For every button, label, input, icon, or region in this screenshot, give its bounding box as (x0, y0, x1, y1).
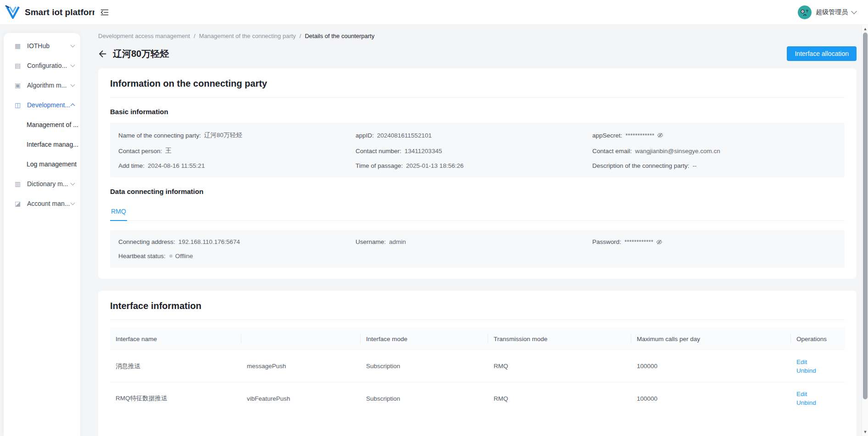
sidebar-subitem-label: Management of ... (27, 121, 78, 128)
scrollbar-thumb[interactable] (863, 33, 868, 399)
dictionary-icon: ▥ (15, 181, 23, 187)
data-connecting-title: Data connecting information (110, 188, 845, 195)
sidebar-item-label: Dictionary m... (27, 180, 68, 188)
avatar (798, 6, 812, 19)
sidebar-subitem-interface-management[interactable]: Interface manag... (4, 134, 80, 154)
breadcrumb-current: Details of the counterparty (305, 33, 374, 39)
cell-interface-code: messagePush (241, 363, 361, 370)
col-transmission-mode: Transmission mode (488, 327, 631, 350)
chevron-down-icon (71, 43, 75, 47)
chevron-down-icon (71, 181, 75, 185)
cell-transmission-mode: RMQ (488, 363, 631, 370)
field-appsecret: appSecret: ************ (592, 131, 836, 139)
cell-interface-name: 消息推送 (110, 362, 241, 370)
col-interface-name: Interface name (110, 327, 241, 350)
menu-fold-icon[interactable] (100, 8, 109, 17)
unbind-link[interactable]: Unbind (796, 366, 845, 375)
sidebar-item-account[interactable]: ◪ Account man... (4, 193, 80, 213)
tab-rmq[interactable]: RMQ (110, 203, 127, 221)
sidebar: ▦ IOTHub ▤ Configuratio... ▣ Algorithm m… (0, 25, 90, 436)
field-add-time: Add time: 2024-08-16 11:55:21 (118, 162, 356, 169)
field-contact-email: Contact email: wangjianbin@sinsegye.com.… (592, 147, 836, 155)
sidebar-menu: ▦ IOTHub ▤ Configuratio... ▣ Algorithm m… (4, 33, 80, 436)
cell-max-calls: 100000 (631, 363, 791, 370)
sidebar-item-algorithm[interactable]: ▣ Algorithm m... (4, 75, 80, 95)
table-row: RMQ特征数据推送 vibFeaturePush Subscription RM… (110, 382, 845, 414)
page-title-row: 辽河80万轻烃 Interface allocation (98, 46, 857, 61)
scrollbar-down-arrow[interactable]: ▼ (862, 429, 868, 435)
chevron-up-icon (71, 104, 75, 108)
chevron-down-icon (71, 200, 75, 205)
breadcrumb-item[interactable]: Management of the connecting party (199, 33, 296, 39)
connecting-party-info-card: Information on the connecting party Basi… (98, 68, 857, 279)
sidebar-item-configuration[interactable]: ▤ Configuratio... (4, 55, 80, 75)
sidebar-subitem-log-management[interactable]: Log management (4, 154, 80, 174)
sidebar-item-development[interactable]: ◫ Development... (4, 95, 80, 115)
cell-operations: Edit Unbind (791, 390, 845, 407)
table-row: 消息推送 messagePush Subscription RMQ 100000… (110, 350, 845, 382)
unbind-link[interactable]: Unbind (796, 398, 845, 407)
cell-transmission-mode: RMQ (488, 395, 631, 402)
sidebar-subitem-management-of-connecting-party[interactable]: Management of ... (4, 115, 80, 134)
col-interface-mode: Interface mode (361, 327, 488, 350)
sidebar-item-dictionary[interactable]: ▥ Dictionary m... (4, 174, 80, 193)
cell-interface-mode: Subscription (361, 363, 488, 370)
basic-information-panel: Name of the connecting party: 辽河80万轻烃 ap… (110, 123, 845, 177)
data-connecting-tabbar: RMQ (110, 203, 845, 221)
sidebar-item-iothub[interactable]: ▦ IOTHub (4, 36, 80, 55)
card-title: Interface information (110, 301, 845, 311)
configuration-icon: ▤ (15, 62, 23, 69)
cell-operations: Edit Unbind (791, 358, 845, 375)
table-header-row: Interface name Interface mode Transmissi… (110, 327, 845, 350)
field-password: Password: ************ (592, 238, 836, 245)
breadcrumb: Development access management / Manageme… (98, 33, 857, 39)
sidebar-item-label: Account man... (27, 200, 70, 207)
breadcrumb-separator: / (194, 33, 195, 39)
chevron-down-icon (71, 62, 75, 67)
iothub-icon: ▦ (15, 43, 23, 49)
field-heartbeat-status: Heartbeat status: Offline (118, 253, 356, 259)
field-description: Description of the connecting party: -- (592, 162, 836, 169)
cell-max-calls: 100000 (631, 395, 791, 402)
app-header: Smart iot platform 超级管理员 (0, 0, 868, 25)
user-menu[interactable]: 超级管理员 (798, 6, 856, 19)
field-contact-number: Contact number: 13411203345 (356, 147, 592, 155)
card-title: Information on the connecting party (110, 78, 845, 89)
breadcrumb-item[interactable]: Development access management (98, 33, 190, 39)
edit-link[interactable]: Edit (796, 390, 845, 398)
field-username: Username: admin (356, 238, 592, 245)
back-arrow-icon[interactable] (98, 50, 107, 58)
sidebar-subitem-label: Log management (27, 160, 77, 168)
eye-invisible-icon[interactable] (656, 239, 662, 245)
scrollbar-up-arrow[interactable]: ▲ (862, 26, 868, 32)
col-operations: Operations (791, 327, 845, 350)
cell-interface-mode: Subscription (361, 395, 488, 402)
data-connecting-panel: Connecting address: 192.168.110.176:5674… (110, 230, 845, 268)
scrollbar[interactable]: ▲ ▼ (862, 25, 868, 436)
sidebar-item-label: Configuratio... (27, 62, 67, 69)
development-icon: ◫ (15, 102, 23, 108)
edit-link[interactable]: Edit (796, 358, 845, 366)
field-appid: appID: 2024081611552101 (356, 131, 592, 139)
chevron-down-icon (851, 8, 857, 14)
field-contact-person: Contact person: 王 (118, 147, 356, 155)
interface-information-card: Interface information Interface name Int… (98, 291, 857, 436)
page-title: 辽河80万轻烃 (113, 48, 169, 60)
user-name: 超级管理员 (816, 8, 848, 17)
col-max-calls: Maximum calls per day (631, 327, 791, 350)
eye-invisible-icon[interactable] (657, 132, 663, 138)
main-content: Development access management / Manageme… (90, 25, 868, 436)
sidebar-item-label: IOTHub (27, 42, 50, 50)
basic-information-title: Basic information (110, 108, 845, 116)
app-title: Smart iot platform (25, 7, 95, 17)
app-logo-icon (5, 5, 21, 20)
divider (110, 97, 845, 98)
chevron-down-icon (71, 82, 75, 87)
cell-interface-name: RMQ特征数据推送 (110, 394, 241, 403)
divider (110, 320, 845, 320)
interface-allocation-button[interactable]: Interface allocation (787, 46, 857, 61)
cell-interface-code: vibFeaturePush (241, 395, 361, 402)
field-name-of-connecting-party: Name of the connecting party: 辽河80万轻烃 (118, 131, 356, 139)
field-connecting-address: Connecting address: 192.168.110.176:5674 (118, 238, 356, 245)
offline-status-dot (169, 254, 172, 258)
